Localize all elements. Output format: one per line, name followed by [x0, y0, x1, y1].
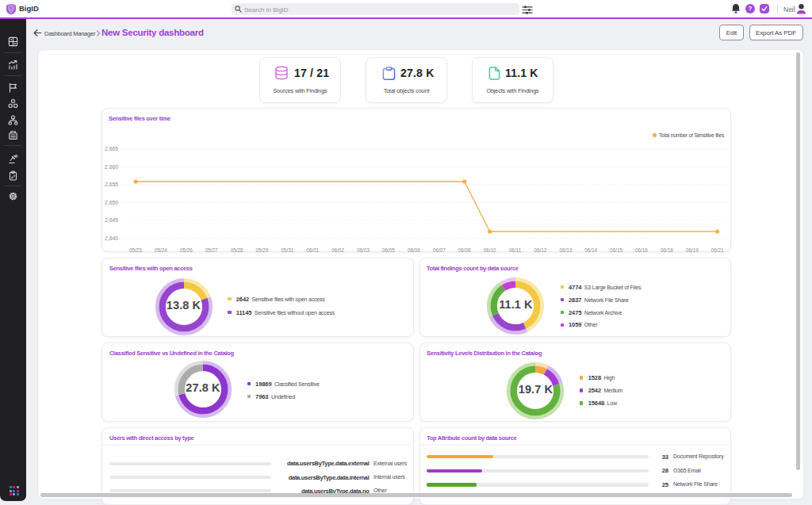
- svg-text:05/27: 05/27: [205, 247, 218, 252]
- svg-text:2,640: 2,640: [105, 235, 118, 241]
- svg-text:2,660: 2,660: [105, 164, 118, 170]
- svg-text:06/14: 06/14: [584, 247, 597, 252]
- svg-text:06/01: 06/01: [306, 247, 319, 252]
- svg-text:06/19: 06/19: [686, 247, 699, 252]
- svg-text:06/18: 06/18: [661, 247, 673, 252]
- svg-text:06/16: 06/16: [635, 247, 648, 252]
- svg-text:2,655: 2,655: [105, 182, 118, 187]
- svg-text:06/11: 06/11: [509, 247, 522, 252]
- svg-text:06/13: 06/13: [559, 247, 572, 252]
- svg-text:05/23: 05/23: [129, 247, 142, 252]
- svg-text:2,650: 2,650: [105, 200, 118, 205]
- svg-text:05/29: 05/29: [256, 247, 269, 252]
- svg-text:05/24: 05/24: [155, 247, 167, 252]
- svg-text:05/31: 05/31: [282, 247, 294, 252]
- svg-text:06/12: 06/12: [534, 247, 547, 252]
- svg-text:05/28: 05/28: [231, 247, 243, 252]
- svg-text:06/03: 06/03: [357, 247, 370, 252]
- svg-text:2,665: 2,665: [105, 146, 118, 151]
- svg-text:2,645: 2,645: [105, 217, 118, 223]
- svg-text:06/06: 06/06: [408, 247, 420, 252]
- svg-text:06/08: 06/08: [458, 247, 471, 252]
- svg-text:05/26: 05/26: [180, 247, 193, 252]
- svg-text:06/02: 06/02: [331, 247, 344, 252]
- svg-text:06/15: 06/15: [610, 247, 622, 252]
- svg-text:06/21: 06/21: [711, 247, 724, 252]
- svg-text:06/05: 06/05: [382, 247, 395, 252]
- svg-text:06/10: 06/10: [484, 247, 496, 252]
- svg-text:06/07: 06/07: [433, 247, 446, 252]
